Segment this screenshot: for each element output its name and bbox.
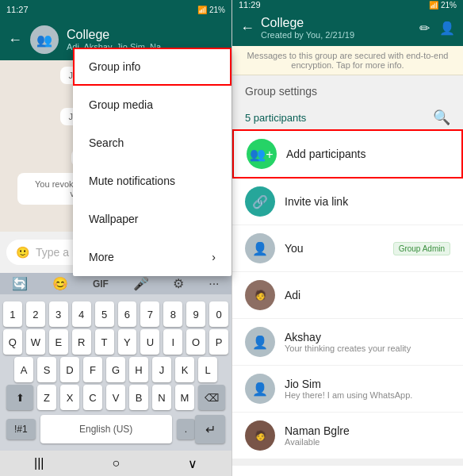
key-u[interactable]: U [140, 329, 159, 355]
key-z[interactable]: Z [37, 385, 56, 410]
nav-home-icon[interactable]: ○ [112, 456, 120, 470]
participant-jiosim-info: Jio Sim Hey there! I am using WhatsApp. [285, 378, 450, 400]
exit-group-item[interactable]: 🚪 Exit group [232, 466, 463, 476]
back-button[interactable]: ← [8, 32, 22, 48]
key-7[interactable]: 7 [140, 301, 159, 327]
group-settings-label: Group settings [232, 75, 463, 102]
menu-item-label: More [89, 251, 114, 263]
key-5[interactable]: 5 [95, 301, 114, 327]
participant-you-info: You [285, 242, 384, 255]
participant-akshay-info: Akshay Your thinking creates your realit… [285, 331, 450, 353]
participant-you[interactable]: 👤 You Group Admin [232, 225, 463, 272]
key-q[interactable]: Q [3, 329, 22, 355]
right-header-icons: ✏ 👤 [419, 21, 455, 36]
key-e[interactable]: E [49, 329, 68, 355]
key-1[interactable]: 1 [3, 301, 22, 327]
key-o[interactable]: O [186, 329, 205, 355]
key-n[interactable]: N [152, 385, 171, 410]
key-backspace[interactable]: ⌫ [198, 385, 225, 410]
key-g[interactable]: G [106, 357, 125, 382]
key-i[interactable]: I [163, 329, 182, 355]
key-p[interactable]: P [209, 329, 228, 355]
emoji-icon[interactable]: 🙂 [16, 246, 29, 259]
invite-link-info: Invite via link [285, 195, 450, 208]
key-shift[interactable]: ⬆ [6, 385, 33, 410]
key-d[interactable]: D [60, 357, 79, 382]
key-2[interactable]: 2 [26, 301, 45, 327]
key-enter[interactable]: ↵ [195, 415, 225, 443]
participants-search-icon[interactable]: 🔍 [433, 109, 450, 126]
key-l[interactable]: L [198, 357, 217, 382]
left-status-bar: 11:27 📶 21% [0, 0, 232, 19]
key-h[interactable]: H [129, 357, 148, 382]
key-period[interactable]: . [177, 419, 195, 440]
key-b[interactable]: B [129, 385, 148, 410]
participant-adi-info: Adi [285, 289, 450, 301]
participant-naman-info: Naman Bglre Available [285, 424, 450, 447]
participant-naman-avatar: 🧑 [245, 420, 275, 451]
key-s[interactable]: S [37, 357, 56, 382]
key-j[interactable]: J [152, 357, 171, 382]
participant-akshay-avatar: 👤 [245, 327, 275, 357]
participant-adi-avatar: 🧑 [245, 280, 275, 310]
right-header-info: College Created by You, 2/21/19 [261, 16, 413, 40]
key-symbols[interactable]: !#1 [6, 419, 36, 440]
group-title: College [67, 28, 224, 42]
key-space[interactable]: English (US) [40, 415, 172, 443]
add-participants-item[interactable]: 👥+ Add participants [232, 129, 463, 178]
right-panel: 11:29 📶 21% ← College Created by You, 2/… [232, 0, 463, 476]
refresh-icon[interactable]: 🔄 [12, 276, 28, 291]
person-icon[interactable]: 👤 [439, 21, 455, 36]
right-header: ← College Created by You, 2/21/19 ✏ 👤 [232, 10, 463, 46]
invite-via-link-item[interactable]: 🔗 Invite via link [232, 178, 463, 225]
mic-toolbar-icon[interactable]: 🎤 [133, 276, 149, 291]
participant-you-avatar: 👤 [245, 233, 275, 263]
participant-naman[interactable]: 🧑 Naman Bglre Available [232, 413, 463, 459]
menu-item-wallpaper[interactable]: Wallpaper [73, 200, 232, 238]
edit-icon[interactable]: ✏ [419, 21, 430, 36]
admin-badge: Group Admin [393, 242, 450, 255]
menu-item-group-info[interactable]: Group info [73, 48, 232, 86]
settings-icon[interactable]: ⚙ [173, 276, 184, 291]
key-f[interactable]: F [83, 357, 102, 382]
participants-list: 👥+ Add participants 🔗 Invite via link 👤 … [232, 129, 463, 459]
nav-recents-icon[interactable]: ||| [34, 456, 44, 470]
more-icon[interactable]: ··· [209, 277, 219, 291]
menu-item-label: Wallpaper [89, 213, 139, 225]
key-8[interactable]: 8 [163, 301, 182, 327]
e2e-notice[interactable]: Messages to this group are secured with … [232, 46, 463, 75]
key-3[interactable]: 3 [49, 301, 68, 327]
keyboard-row-1: 1 2 3 4 5 6 7 8 9 0 [3, 301, 228, 327]
key-w[interactable]: W [26, 329, 45, 355]
gif-icon[interactable]: GIF [93, 278, 109, 290]
emoji-toolbar-icon[interactable]: 😊 [52, 276, 68, 291]
participant-naman-name: Naman Bglre [285, 424, 450, 437]
participant-jiosim[interactable]: 👤 Jio Sim Hey there! I am using WhatsApp… [232, 366, 463, 413]
menu-item-search[interactable]: Search [73, 124, 232, 162]
key-t[interactable]: T [95, 329, 114, 355]
participants-header: 5 participants 🔍 [232, 102, 463, 129]
participant-adi[interactable]: 🧑 Adi [232, 272, 463, 319]
menu-item-label: Group info [89, 60, 140, 73]
menu-item-mute[interactable]: Mute notifications [73, 162, 232, 200]
left-nav-bar: ||| ○ ∨ [0, 451, 232, 476]
group-avatar: 👥 [30, 25, 59, 54]
key-6[interactable]: 6 [118, 301, 137, 327]
key-a[interactable]: A [14, 357, 33, 382]
key-k[interactable]: K [175, 357, 194, 382]
menu-item-more[interactable]: More › [73, 238, 232, 276]
right-back-button[interactable]: ← [240, 20, 254, 36]
key-v[interactable]: V [106, 385, 125, 410]
key-c[interactable]: C [83, 385, 102, 410]
participant-akshay[interactable]: 👤 Akshay Your thinking creates your real… [232, 319, 463, 366]
key-4[interactable]: 4 [72, 301, 91, 327]
nav-back-icon[interactable]: ∨ [188, 456, 197, 471]
key-9[interactable]: 9 [186, 301, 205, 327]
participant-akshay-name: Akshay [285, 331, 450, 344]
key-x[interactable]: X [60, 385, 79, 410]
menu-item-group-media[interactable]: Group media [73, 86, 232, 124]
key-m[interactable]: M [175, 385, 194, 410]
key-0[interactable]: 0 [209, 301, 228, 327]
key-r[interactable]: R [72, 329, 91, 355]
key-y[interactable]: Y [118, 329, 137, 355]
